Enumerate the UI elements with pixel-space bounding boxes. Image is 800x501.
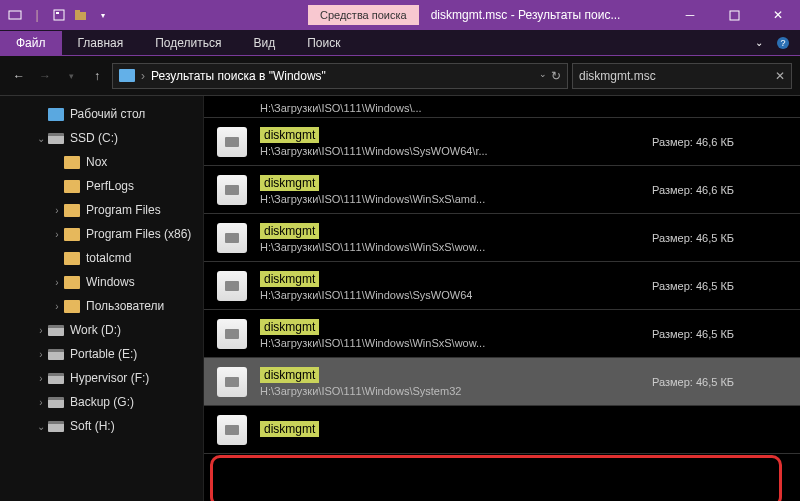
svg-rect-0 [9, 11, 21, 19]
results-pane[interactable]: H:\Загрузки\ISO\111\Windows\... diskmgmt… [204, 96, 800, 501]
breadcrumb[interactable]: Результаты поиска в "Windows" [151, 69, 326, 83]
result-row[interactable]: diskmgmtH:\Загрузки\ISO\111\Windows\WinS… [204, 310, 800, 358]
tree-node[interactable]: ›Program Files (x86) [0, 222, 203, 246]
tree-label: Windows [86, 275, 135, 289]
result-path: H:\Загрузки\ISO\111\Windows\SysWOW64\r..… [260, 145, 652, 157]
tree-label: Пользователи [86, 299, 164, 313]
result-path: H:\Загрузки\ISO\111\Windows\... [260, 102, 652, 114]
expand-icon[interactable]: › [34, 397, 48, 408]
expand-icon[interactable]: › [34, 373, 48, 384]
forward-button[interactable]: → [34, 65, 56, 87]
tree-label: Work (D:) [70, 323, 121, 337]
window-controls: ─ ✕ [668, 0, 800, 30]
result-size: Размер: 46,6 КБ [652, 184, 792, 196]
tree-node[interactable]: ›Work (D:) [0, 318, 203, 342]
result-row[interactable]: diskmgmtH:\Загрузки\ISO\111\Windows\Syst… [204, 358, 800, 406]
expand-icon[interactable]: › [34, 349, 48, 360]
result-size: Размер: 46,5 КБ [652, 376, 792, 388]
result-row[interactable]: diskmgmtH:\Загрузки\ISO\111\Windows\SysW… [204, 262, 800, 310]
address-bar[interactable]: › Результаты поиска в "Windows" ⌄ ↻ [112, 63, 568, 89]
folder-icon [64, 300, 80, 313]
new-folder-icon[interactable] [74, 8, 88, 22]
expand-icon[interactable]: ⌄ [34, 133, 48, 144]
tree-node[interactable]: PerfLogs [0, 174, 203, 198]
file-icon [214, 316, 250, 352]
ribbon-expand-icon[interactable]: ⌄ [750, 34, 768, 52]
folder-icon [64, 228, 80, 241]
file-icon [214, 412, 250, 448]
result-path: H:\Загрузки\ISO\111\Windows\SysWOW64 [260, 289, 652, 301]
svg-rect-1 [54, 10, 64, 20]
close-button[interactable]: ✕ [756, 0, 800, 30]
result-name: diskmgmt [260, 127, 319, 143]
file-menu[interactable]: Файл [0, 31, 62, 55]
expand-icon[interactable]: › [34, 325, 48, 336]
tree-node[interactable]: ›Пользователи [0, 294, 203, 318]
search-box[interactable]: diskmgmt.msc ✕ [572, 63, 792, 89]
tree-node[interactable]: Рабочий стол [0, 102, 203, 126]
address-dropdown-icon[interactable]: ⌄ [539, 69, 547, 83]
tree-node[interactable]: ›Portable (E:) [0, 342, 203, 366]
tree-node[interactable]: totalcmd [0, 246, 203, 270]
result-name: diskmgmt [260, 367, 319, 383]
quick-access-toolbar: | ▾ [0, 8, 118, 22]
recent-dropdown-icon[interactable]: ▾ [60, 65, 82, 87]
drive-icon [48, 349, 64, 360]
drive-icon [48, 373, 64, 384]
system-menu-icon[interactable] [8, 8, 22, 22]
tree-node[interactable]: ⌄SSD (C:) [0, 126, 203, 150]
result-name: diskmgmt [260, 271, 319, 287]
annotation-highlight [210, 455, 782, 501]
tab-home[interactable]: Главная [62, 31, 140, 55]
result-row[interactable]: diskmgmtH:\Загрузки\ISO\111\Windows\WinS… [204, 166, 800, 214]
tree-node[interactable]: ›Hypervisor (F:) [0, 366, 203, 390]
tree-label: totalcmd [86, 251, 131, 265]
result-row[interactable]: diskmgmtH:\Загрузки\ISO\111\Windows\WinS… [204, 214, 800, 262]
result-name: diskmgmt [260, 175, 319, 191]
navigation-tree[interactable]: Рабочий стол⌄SSD (C:)NoxPerfLogs›Program… [0, 96, 204, 501]
qat-dropdown-icon[interactable]: ▾ [96, 8, 110, 22]
clear-search-icon[interactable]: ✕ [775, 69, 785, 83]
tab-view[interactable]: Вид [237, 31, 291, 55]
file-icon [214, 172, 250, 208]
up-button[interactable]: ↑ [86, 65, 108, 87]
drive-icon [48, 421, 64, 432]
tree-label: SSD (C:) [70, 131, 118, 145]
minimize-button[interactable]: ─ [668, 0, 712, 30]
file-icon [214, 268, 250, 304]
help-icon[interactable]: ? [774, 34, 792, 52]
tree-node[interactable]: ›Program Files [0, 198, 203, 222]
expand-icon[interactable]: ⌄ [34, 421, 48, 432]
titlebar: | ▾ Средства поиска diskmgmt.msc - Резул… [0, 0, 800, 30]
tree-node[interactable]: Nox [0, 150, 203, 174]
tree-node[interactable]: ⌄Soft (H:) [0, 414, 203, 438]
file-icon [214, 220, 250, 256]
expand-icon[interactable]: › [50, 277, 64, 288]
tree-label: Program Files [86, 203, 161, 217]
maximize-button[interactable] [712, 0, 756, 30]
expand-icon[interactable]: › [50, 229, 64, 240]
tree-label: Program Files (x86) [86, 227, 191, 241]
drive-icon [48, 133, 64, 144]
svg-rect-2 [56, 12, 59, 14]
folder-icon [64, 252, 80, 265]
tree-node[interactable]: ›Backup (G:) [0, 390, 203, 414]
tree-node[interactable]: ›Windows [0, 270, 203, 294]
properties-icon[interactable] [52, 8, 66, 22]
result-row[interactable]: diskmgmtH:\Загрузки\ISO\111\Windows\SysW… [204, 118, 800, 166]
chevron-right-icon: › [141, 69, 145, 83]
drive-icon [48, 397, 64, 408]
result-row[interactable]: H:\Загрузки\ISO\111\Windows\... [204, 96, 800, 118]
drive-icon [48, 325, 64, 336]
expand-icon[interactable]: › [50, 205, 64, 216]
folder-icon [64, 276, 80, 289]
expand-icon[interactable]: › [50, 301, 64, 312]
folder-icon [64, 156, 80, 169]
back-button[interactable]: ← [8, 65, 30, 87]
refresh-icon[interactable]: ↻ [551, 69, 561, 83]
tab-search[interactable]: Поиск [291, 31, 356, 55]
tree-label: Soft (H:) [70, 419, 115, 433]
tree-label: Рабочий стол [70, 107, 145, 121]
result-row[interactable]: diskmgmt [204, 406, 800, 454]
tab-share[interactable]: Поделиться [139, 31, 237, 55]
